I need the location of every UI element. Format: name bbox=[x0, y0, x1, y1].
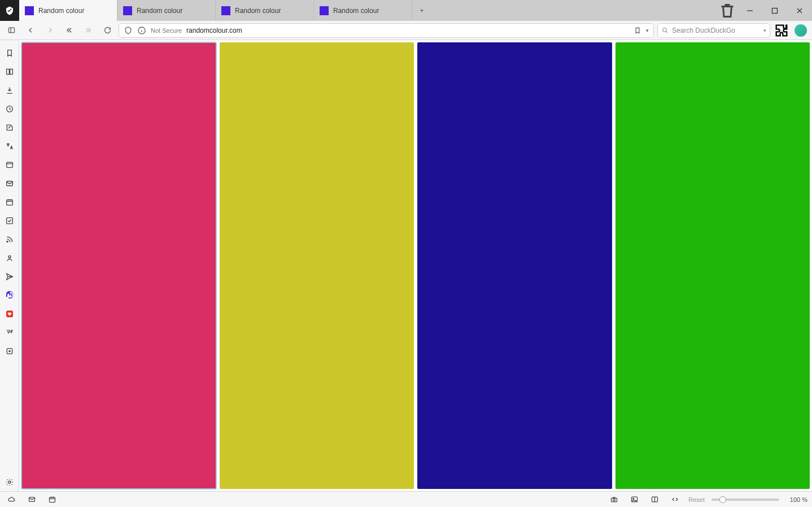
tab-bar: Random colour Random colour Random colou… bbox=[0, 0, 812, 21]
mastodon-panel-button[interactable] bbox=[0, 286, 19, 304]
clock-icon bbox=[5, 104, 14, 113]
status-bar: Reset 100 % bbox=[0, 491, 812, 507]
profile-button[interactable] bbox=[793, 23, 809, 38]
add-webpanel-button[interactable] bbox=[0, 342, 19, 360]
tab-1[interactable]: Random colour bbox=[117, 0, 216, 21]
minimize-button[interactable] bbox=[737, 0, 762, 21]
nav-fastforward-button[interactable] bbox=[80, 23, 96, 38]
tab-3[interactable]: Random colour bbox=[314, 0, 412, 21]
trash-icon bbox=[717, 1, 737, 21]
tab-2[interactable]: Random colour bbox=[216, 0, 314, 21]
capture-button[interactable] bbox=[607, 493, 621, 506]
nav-forward-button[interactable] bbox=[42, 23, 58, 38]
url-text: randomcolour.com bbox=[186, 27, 629, 34]
url-field[interactable]: Not Secure randomcolour.com ▾ bbox=[119, 23, 654, 38]
window-controls bbox=[737, 0, 812, 21]
panel-toggle-button[interactable] bbox=[3, 23, 19, 38]
notes-panel-button[interactable] bbox=[0, 118, 19, 137]
image-icon bbox=[630, 495, 639, 504]
close-icon bbox=[796, 7, 804, 15]
maximize-button[interactable] bbox=[762, 0, 787, 21]
tab-0[interactable]: Random colour bbox=[19, 0, 117, 21]
send-panel-button[interactable] bbox=[0, 267, 19, 286]
double-chevron-right-icon bbox=[84, 26, 93, 34]
zoom-reset-button[interactable]: Reset bbox=[688, 496, 705, 503]
bookmark-icon bbox=[5, 49, 14, 58]
tiling-icon bbox=[651, 495, 659, 504]
site-info-icon[interactable] bbox=[137, 26, 146, 35]
mail-icon bbox=[28, 495, 36, 504]
not-secure-label: Not Secure bbox=[151, 27, 182, 34]
images-toggle-button[interactable] bbox=[627, 493, 641, 506]
svg-point-17 bbox=[613, 499, 615, 501]
tiled-content-area bbox=[19, 40, 812, 491]
wikipedia-icon bbox=[5, 328, 14, 337]
search-field[interactable]: Search DuckDuckGo ▾ bbox=[657, 23, 770, 38]
check-icon bbox=[5, 216, 14, 225]
zoom-slider-thumb[interactable] bbox=[719, 496, 726, 503]
vivaldi-menu-button[interactable] bbox=[0, 0, 19, 21]
svg-point-13 bbox=[8, 481, 11, 483]
zoom-slider[interactable] bbox=[711, 499, 779, 501]
tile-3[interactable] bbox=[615, 42, 810, 489]
tab-title: Random colour bbox=[333, 7, 406, 15]
feeds-panel-button[interactable] bbox=[0, 230, 19, 248]
calendar-icon bbox=[48, 495, 56, 504]
window-panel-button[interactable] bbox=[0, 155, 19, 174]
translate-panel-button[interactable] bbox=[0, 137, 19, 155]
wikipedia-panel-button[interactable] bbox=[0, 323, 19, 342]
nav-back-button[interactable] bbox=[23, 23, 38, 38]
search-placeholder: Search DuckDuckGo bbox=[672, 27, 735, 34]
tab-title: Random colour bbox=[235, 7, 308, 15]
svg-point-3 bbox=[663, 28, 667, 32]
plus-box-icon bbox=[5, 347, 14, 356]
calendar-panel-button[interactable] bbox=[0, 193, 19, 211]
avatar bbox=[794, 24, 807, 37]
calendar-icon bbox=[5, 198, 14, 207]
download-icon bbox=[5, 86, 14, 95]
history-panel-button[interactable] bbox=[0, 99, 19, 118]
send-icon bbox=[5, 272, 14, 281]
mail-status-button[interactable] bbox=[25, 493, 38, 506]
tracker-shield-icon[interactable] bbox=[124, 26, 133, 35]
closed-tabs-trash-button[interactable] bbox=[717, 0, 737, 21]
svg-rect-1 bbox=[8, 28, 14, 33]
tile-0[interactable] bbox=[21, 42, 216, 489]
mail-panel-button[interactable] bbox=[0, 174, 19, 193]
downloads-panel-button[interactable] bbox=[0, 81, 19, 99]
new-tab-button[interactable]: + bbox=[412, 0, 431, 21]
book-icon bbox=[5, 67, 14, 76]
chevron-right-icon bbox=[46, 26, 54, 34]
page-tiling-button[interactable] bbox=[648, 493, 661, 506]
vivaldi-panel-button[interactable] bbox=[0, 304, 19, 323]
tabbar-spacer bbox=[431, 0, 717, 21]
contacts-panel-button[interactable] bbox=[0, 248, 19, 267]
nav-rewind-button[interactable] bbox=[61, 23, 77, 38]
sync-status-button[interactable] bbox=[5, 493, 18, 506]
calendar-status-button[interactable] bbox=[45, 493, 59, 506]
tile-2[interactable] bbox=[417, 42, 612, 489]
bookmark-icon[interactable] bbox=[634, 27, 641, 34]
gear-icon bbox=[5, 478, 14, 487]
tile-1[interactable] bbox=[220, 42, 414, 489]
settings-button[interactable] bbox=[0, 473, 19, 491]
tab-favicon bbox=[221, 6, 230, 15]
zoom-value: 100 % bbox=[786, 496, 807, 503]
extensions-button[interactable] bbox=[774, 23, 789, 38]
search-engine-caret-icon[interactable]: ▾ bbox=[763, 28, 766, 33]
svg-rect-15 bbox=[49, 497, 55, 502]
search-icon bbox=[661, 27, 669, 34]
close-button[interactable] bbox=[787, 0, 812, 21]
reading-list-panel-button[interactable] bbox=[0, 62, 19, 81]
svg-point-9 bbox=[7, 241, 8, 242]
bookmark-dropdown-icon[interactable]: ▾ bbox=[646, 28, 649, 33]
window-icon bbox=[5, 160, 14, 169]
code-icon bbox=[671, 495, 679, 504]
svg-point-19 bbox=[632, 498, 634, 499]
tasks-panel-button[interactable] bbox=[0, 211, 19, 230]
page-actions-button[interactable] bbox=[668, 493, 682, 506]
bookmarks-panel-button[interactable] bbox=[0, 43, 19, 62]
chevron-left-icon bbox=[27, 26, 35, 34]
svg-rect-0 bbox=[772, 8, 778, 13]
reload-button[interactable] bbox=[99, 23, 115, 38]
